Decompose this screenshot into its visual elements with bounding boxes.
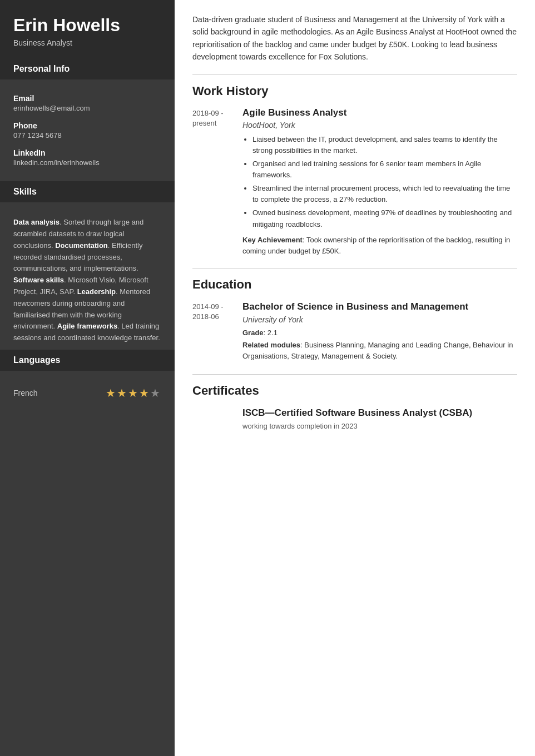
email-value: erinhowells@email.com bbox=[13, 104, 161, 112]
contact-phone: Phone 077 1234 5678 bbox=[13, 121, 161, 140]
work-company-0: HootHoot, York bbox=[242, 121, 517, 130]
languages-header: Languages bbox=[0, 350, 175, 371]
work-achievement-0: Key Achievement: Took ownership of the r… bbox=[242, 235, 517, 257]
certificate-entry-0: ISCB—Certified Software Business Analyst… bbox=[192, 407, 517, 430]
contact-linkedin: LinkedIn linkedin.com/in/erinhowells bbox=[13, 148, 161, 167]
resume-wrapper: Erin Howells Business Analyst Personal I… bbox=[0, 0, 535, 756]
education-grade-0: Grade: 2.1 bbox=[242, 327, 517, 339]
skills-text: Data analysis. Sorted through large and … bbox=[13, 217, 161, 344]
certificates-title: Certificates bbox=[192, 384, 517, 398]
education-divider bbox=[192, 268, 517, 268]
phone-label: Phone bbox=[13, 121, 161, 130]
bullet-1: Organised and led training sessions for … bbox=[252, 158, 517, 181]
contact-email: Email erinhowells@email.com bbox=[13, 94, 161, 112]
name-block: Erin Howells Business Analyst bbox=[0, 0, 175, 58]
linkedin-label: LinkedIn bbox=[13, 148, 161, 157]
bullet-3: Owned business development, meeting 97% … bbox=[252, 207, 517, 230]
phone-value: 077 1234 5678 bbox=[13, 131, 161, 140]
work-history-title: Work History bbox=[192, 84, 517, 98]
linkedin-value: linkedin.com/in/erinhowells bbox=[13, 158, 161, 167]
cert-subtitle-0: working towards completion in 2023 bbox=[242, 422, 517, 430]
candidate-name: Erin Howells bbox=[13, 16, 161, 35]
language-name-french: French bbox=[13, 389, 38, 397]
certificates-divider bbox=[192, 374, 517, 375]
skills-header: Skills bbox=[0, 181, 175, 202]
language-row-french: French ★★★★★ bbox=[13, 386, 161, 400]
education-degree-0: Bachelor of Science in Business and Mana… bbox=[242, 301, 517, 313]
email-label: Email bbox=[13, 94, 161, 103]
bullet-2: Streamlined the internal procurement pro… bbox=[252, 183, 517, 205]
languages-section: French ★★★★★ bbox=[0, 375, 175, 411]
candidate-title: Business Analyst bbox=[13, 38, 161, 47]
sidebar: Erin Howells Business Analyst Personal I… bbox=[0, 0, 175, 756]
work-entry-content-0: Agile Business Analyst HootHoot, York Li… bbox=[242, 107, 517, 257]
personal-info-header: Personal Info bbox=[0, 58, 175, 79]
work-job-title-0: Agile Business Analyst bbox=[242, 107, 517, 118]
skills-section: Data analysis. Sorted through large and … bbox=[0, 207, 175, 350]
work-entry-date-0: 2018-09 - present bbox=[192, 107, 242, 257]
education-institution-0: University of York bbox=[242, 315, 517, 324]
language-stars-french: ★★★★★ bbox=[106, 386, 161, 400]
summary-text: Data-driven graduate student of Business… bbox=[192, 13, 517, 63]
education-title: Education bbox=[192, 277, 517, 292]
education-modules-0: Related modules: Business Planning, Mana… bbox=[242, 340, 517, 362]
education-entry-0: 2014-09 - 2018-06 Bachelor of Science in… bbox=[192, 301, 517, 364]
work-divider bbox=[192, 74, 517, 75]
bullet-0: Liaised between the IT, product developm… bbox=[252, 134, 517, 156]
education-content-0: Bachelor of Science in Business and Mana… bbox=[242, 301, 517, 364]
cert-title-0: ISCB—Certified Software Business Analyst… bbox=[242, 407, 517, 419]
personal-info-section: Email erinhowells@email.com Phone 077 12… bbox=[0, 84, 175, 181]
work-entry-0: 2018-09 - present Agile Business Analyst… bbox=[192, 107, 517, 257]
main-content: Data-driven graduate student of Business… bbox=[175, 0, 535, 756]
education-date-0: 2014-09 - 2018-06 bbox=[192, 301, 242, 364]
work-bullets-0: Liaised between the IT, product developm… bbox=[242, 134, 517, 230]
